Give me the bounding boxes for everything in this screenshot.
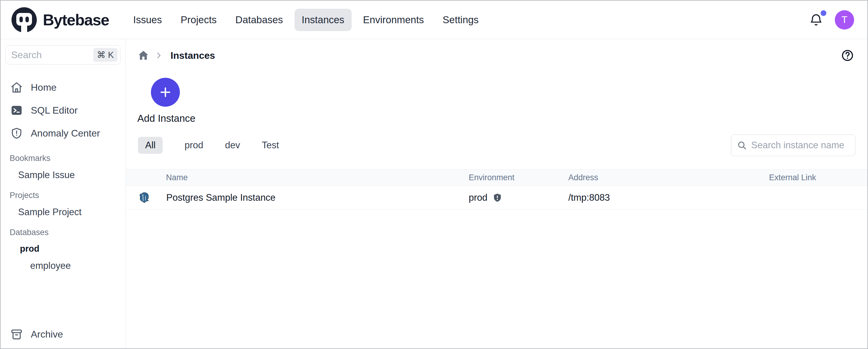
sidebar-item-sample-issue[interactable]: Sample Issue	[1, 170, 126, 180]
instance-search-box[interactable]	[731, 134, 855, 156]
sidebar-search[interactable]: ⌘ K	[5, 45, 121, 65]
breadcrumb-current: Instances	[170, 50, 215, 61]
bytebase-logo[interactable]: Bytebase	[10, 5, 109, 34]
search-shortcut-badge: ⌘ K	[93, 48, 117, 62]
help-icon	[841, 49, 854, 62]
nav-item-environments[interactable]: Environments	[356, 9, 431, 31]
shield-alert-icon	[10, 127, 23, 140]
notifications-button[interactable]	[809, 12, 823, 28]
sidebar-item-archive[interactable]: Archive	[1, 328, 126, 341]
breadcrumb-row: Instances	[126, 39, 867, 63]
instance-search-input[interactable]	[751, 140, 849, 151]
avatar[interactable]: T	[835, 10, 854, 30]
topbar-actions: T	[809, 10, 854, 30]
sidebar-item-home[interactable]: Home	[1, 77, 126, 98]
instance-environment-cell: prod	[469, 192, 568, 203]
sidebar-item-label: Home	[31, 82, 56, 93]
nav-item-instances[interactable]: Instances	[294, 9, 351, 31]
plus-icon	[158, 85, 173, 100]
home-icon	[10, 81, 23, 94]
help-button[interactable]	[841, 49, 854, 62]
home-filled-icon	[137, 49, 149, 62]
column-header-name: Name	[126, 173, 469, 182]
table-header-row: Name Environment Address External Link	[126, 169, 867, 186]
environment-name: prod	[469, 192, 488, 203]
filter-tab-test[interactable]: Test	[262, 137, 279, 154]
sidebar-item-label: SQL Editor	[31, 105, 78, 116]
sidebar-item-sample-project[interactable]: Sample Project	[1, 207, 126, 218]
column-header-environment: Environment	[469, 173, 568, 182]
sidebar-item-sql-editor[interactable]: SQL Editor	[1, 100, 126, 120]
top-navbar: Bytebase Issues Projects Databases Insta…	[1, 1, 867, 39]
sidebar: ⌘ K Home SQL Edi	[1, 39, 126, 348]
instance-name: Postgres Sample Instance	[166, 192, 276, 203]
filter-tab-dev[interactable]: dev	[225, 137, 240, 154]
postgresql-icon	[138, 191, 151, 204]
app-window: Bytebase Issues Projects Databases Insta…	[0, 0, 868, 349]
add-instance-label: Add Instance	[137, 113, 193, 124]
nav-item-issues[interactable]: Issues	[126, 9, 169, 31]
sidebar-item-anomaly-center[interactable]: Anomaly Center	[1, 123, 126, 143]
search-input[interactable]	[11, 49, 93, 61]
breadcrumb-home-button[interactable]	[137, 49, 149, 62]
add-instance-button[interactable]: Add Instance	[137, 78, 193, 124]
terminal-icon	[10, 104, 23, 117]
instance-address-cell: /tmp:8083	[568, 192, 769, 203]
column-header-external-link: External Link	[769, 173, 867, 182]
sidebar-section-projects: Projects	[1, 191, 126, 200]
sidebar-item-db-employee[interactable]: employee	[1, 260, 126, 271]
instance-name-cell: Postgres Sample Instance	[126, 191, 469, 204]
sidebar-section-databases: Databases	[1, 228, 126, 237]
nav-item-settings[interactable]: Settings	[435, 9, 486, 31]
sidebar-item-env-prod[interactable]: prod	[1, 244, 126, 254]
breadcrumb: Instances	[137, 49, 215, 62]
column-header-address: Address	[568, 173, 769, 182]
instances-table: Name Environment Address External Link	[126, 169, 867, 210]
nav-item-databases[interactable]: Databases	[228, 9, 290, 31]
avatar-initial: T	[841, 14, 847, 25]
add-instance-circle[interactable]	[151, 78, 180, 107]
sidebar-footer-label: Archive	[31, 329, 63, 340]
filter-tab-all[interactable]: All	[138, 137, 163, 154]
filter-tab-prod[interactable]: prod	[184, 137, 203, 154]
chevron-right-icon	[154, 51, 163, 60]
primary-nav: Issues Projects Databases Instances Envi…	[126, 9, 486, 31]
environment-filter-row: All prod dev Test	[126, 134, 867, 156]
brand-name: Bytebase	[43, 11, 109, 29]
table-row[interactable]: Postgres Sample Instance prod /tmp:8083	[126, 186, 867, 210]
search-icon	[737, 140, 747, 150]
sidebar-section-bookmarks: Bookmarks	[1, 154, 126, 163]
production-shield-icon	[492, 193, 502, 203]
archive-icon	[10, 328, 23, 341]
bytebase-mark-icon	[10, 5, 39, 34]
main-content: Instances Add Instance	[126, 39, 867, 348]
notification-dot	[820, 10, 826, 16]
nav-item-projects[interactable]: Projects	[174, 9, 224, 31]
sidebar-item-label: Anomaly Center	[31, 128, 100, 139]
sidebar-nav: Home SQL Editor Anomal	[1, 77, 126, 143]
